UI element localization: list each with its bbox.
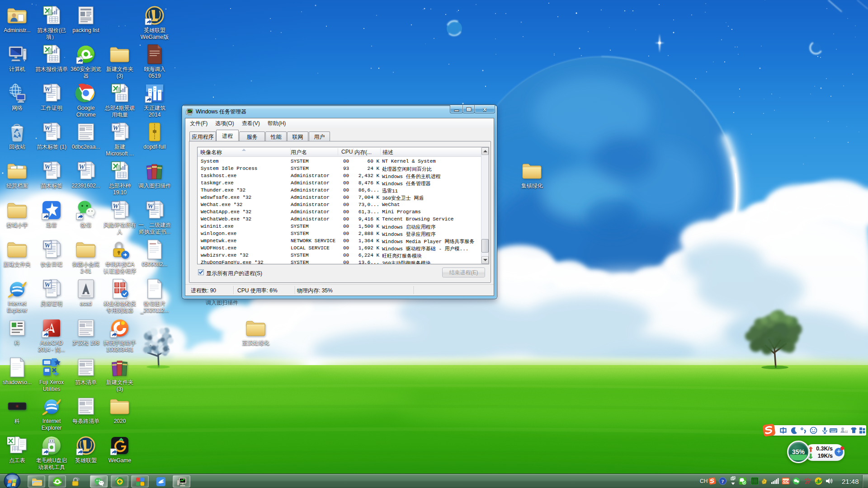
- svg-text:W: W: [44, 281, 51, 288]
- svg-text:W: W: [44, 124, 51, 131]
- svg-text:W: W: [44, 242, 51, 249]
- svg-text:W: W: [113, 202, 119, 210]
- svg-text:W: W: [147, 202, 154, 210]
- svg-text:CC4: CC4: [782, 479, 789, 483]
- svg-text:11: 11: [845, 430, 848, 433]
- svg-text:W: W: [113, 124, 119, 131]
- svg-text:?: ?: [722, 479, 724, 484]
- svg-text:W: W: [44, 85, 51, 93]
- svg-text:W: W: [79, 163, 85, 170]
- svg-text:W: W: [44, 163, 51, 170]
